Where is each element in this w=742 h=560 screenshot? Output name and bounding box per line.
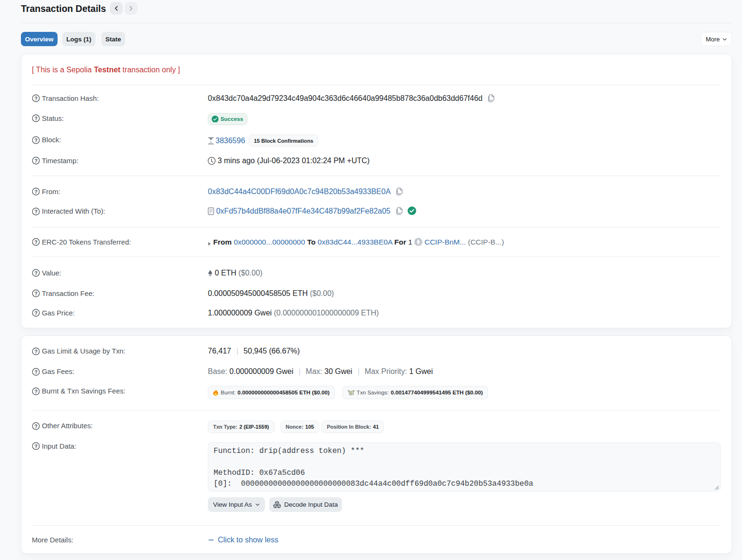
svg-text:?: ? — [34, 388, 38, 394]
svg-text:?: ? — [34, 158, 38, 164]
svg-text:?: ? — [34, 189, 38, 195]
svg-text:?: ? — [34, 96, 38, 101]
svg-text:?: ? — [34, 291, 38, 296]
svg-text:?: ? — [34, 310, 38, 316]
svg-text:?: ? — [34, 443, 38, 449]
svg-text:?: ? — [34, 348, 38, 354]
svg-text:?: ? — [34, 137, 38, 143]
svg-text:?: ? — [34, 208, 38, 214]
svg-text:?: ? — [34, 239, 38, 245]
svg-text:?: ? — [34, 423, 38, 429]
svg-text:?: ? — [34, 270, 38, 276]
svg-text:?: ? — [34, 369, 38, 374]
svg-text:?: ? — [34, 116, 38, 121]
